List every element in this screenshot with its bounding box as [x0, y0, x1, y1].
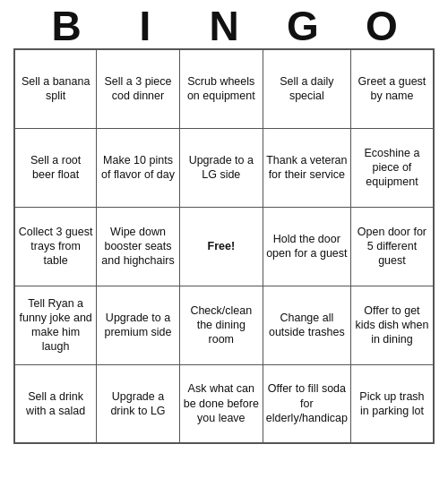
bingo-cell-r4-c1: Upgrade a drink to LG — [97, 364, 180, 443]
bingo-cell-r4-c0: Sell a drink with a salad — [14, 364, 97, 443]
bingo-letter-i: I — [106, 5, 185, 47]
bingo-cell-r0-c2: Scrub wheels on equipment — [179, 49, 263, 128]
bingo-cell-r2-c4: Open door for 5 different guest — [350, 207, 434, 286]
bingo-letter-o: O — [342, 5, 421, 47]
bingo-cell-r3-c2: Check/clean the dining room — [179, 286, 263, 364]
bingo-cell-r3-c4: Offer to get kids dish when in dining — [350, 286, 434, 364]
bingo-cell-r0-c1: Sell a 3 piece cod dinner — [97, 49, 180, 128]
bingo-cell-r2-c2: Free! — [179, 207, 263, 286]
bingo-cell-r0-c3: Sell a daily special — [263, 49, 350, 128]
bingo-cell-r4-c4: Pick up trash in parking lot — [350, 364, 434, 443]
bingo-header: BINGO — [13, 0, 435, 48]
bingo-cell-r4-c3: Offer to fill soda for elderly/handicap — [263, 364, 350, 443]
bingo-cell-r3-c1: Upgrade to a premium side — [97, 286, 180, 364]
bingo-cell-r2-c1: Wipe down booster seats and highchairs — [97, 207, 180, 286]
bingo-cell-r2-c0: Collect 3 guest trays from table — [14, 207, 97, 286]
bingo-cell-r1-c0: Sell a root beer float — [14, 128, 97, 207]
bingo-cell-r1-c1: Make 10 pints of flavor of day — [97, 128, 180, 207]
bingo-cell-r0-c0: Sell a banana split — [14, 49, 97, 128]
bingo-cell-r3-c3: Change all outside trashes — [263, 286, 350, 364]
bingo-letter-b: B — [27, 5, 106, 47]
bingo-cell-r4-c2: Ask what can be done before you leave — [179, 364, 263, 443]
bingo-cell-r1-c2: Upgrade to a LG side — [179, 128, 263, 207]
bingo-cell-r2-c3: Hold the door open for a guest — [263, 207, 350, 286]
bingo-cell-r0-c4: Greet a guest by name — [350, 49, 434, 128]
bingo-cell-r3-c0: Tell Ryan a funny joke and make him laug… — [14, 286, 97, 364]
bingo-letter-g: G — [263, 5, 342, 47]
bingo-cell-r1-c4: Ecoshine a piece of equipment — [350, 128, 434, 207]
bingo-cell-r1-c3: Thank a veteran for their service — [263, 128, 350, 207]
bingo-letter-n: N — [185, 5, 263, 47]
bingo-grid: Sell a banana splitSell a 3 piece cod di… — [13, 48, 435, 444]
